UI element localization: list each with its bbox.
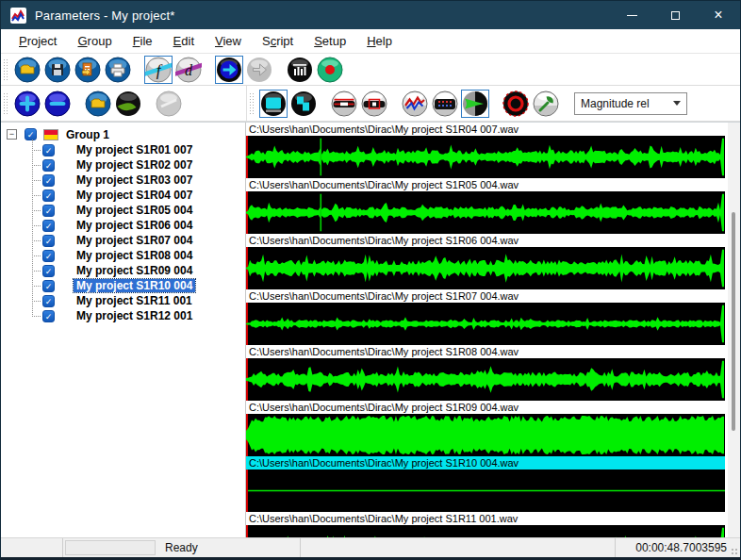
waveform-file-path[interactable]: C:\Users\han\Documents\Dirac\My project … — [246, 345, 725, 358]
tree-item[interactable]: ✓My project S1R12 001 — [1, 308, 245, 323]
disabled-sphere-icon — [156, 91, 182, 117]
waveform-row[interactable]: C:\Users\han\Documents\Dirac\My project … — [246, 123, 725, 178]
open-measurement-button[interactable] — [84, 90, 112, 118]
collapse-icon[interactable]: − — [7, 129, 17, 140]
waveform-file-path[interactable]: C:\Users\han\Documents\Dirac\My project … — [246, 234, 725, 247]
waveform-row[interactable]: C:\Users\han\Documents\Dirac\My project … — [246, 178, 725, 234]
waveform-file-path[interactable]: C:\Users\han\Documents\Dirac\My project … — [246, 401, 725, 414]
item-checkbox[interactable]: ✓ — [42, 189, 55, 202]
tree-item-label: My project S1R12 001 — [74, 309, 195, 322]
waveform-plot — [246, 303, 725, 345]
waveform-scrollbar[interactable] — [728, 123, 740, 537]
display-mode-combobox[interactable]: Magnitude rel — [574, 92, 687, 115]
target-button[interactable] — [502, 90, 530, 118]
waveform-display[interactable] — [246, 191, 725, 234]
resize-grip[interactable] — [731, 548, 738, 555]
tree-item[interactable]: ✓My project S1R11 001 — [1, 293, 245, 308]
waveform-file-path[interactable]: C:\Users\han\Documents\Dirac\My project … — [246, 289, 725, 303]
tree-item[interactable]: ✓My project S1R06 004 — [1, 218, 245, 233]
menu-project[interactable]: Project — [8, 31, 67, 51]
toolbar-grip[interactable] — [4, 93, 8, 114]
tree-item[interactable]: ✓My project S1R07 004 — [1, 233, 245, 248]
steps-view-button[interactable] — [289, 90, 318, 118]
impulse-response-button[interactable] — [330, 90, 358, 118]
waveform-row[interactable]: C:\Users\han\Documents\Dirac\My project … — [246, 289, 725, 345]
save-project-button[interactable] — [43, 56, 72, 84]
waveform-file-path[interactable]: C:\Users\han\Documents\Dirac\My project … — [246, 178, 725, 191]
waveform-display[interactable] — [246, 525, 725, 537]
level-meter-button[interactable] — [286, 56, 314, 84]
waveform-row[interactable]: C:\Users\han\Documents\Dirac\My project … — [246, 512, 725, 537]
waveform-row[interactable]: C:\Users\han\Documents\Dirac\My project … — [246, 456, 725, 512]
item-checkbox[interactable]: ✓ — [42, 159, 55, 172]
item-checkbox[interactable]: ✓ — [42, 265, 55, 277]
tree-item[interactable]: ✓My project S1R05 004 — [1, 203, 245, 218]
red-ring-icon — [502, 91, 529, 117]
tree-item[interactable]: ✓My project S1R02 007 — [1, 157, 245, 173]
tree-item[interactable]: ✓My project S1R09 004 — [1, 263, 245, 278]
toolbar-grip[interactable] — [250, 93, 255, 114]
measure-button[interactable] — [215, 56, 243, 84]
tree-item[interactable]: ✓My project S1R03 007 — [1, 173, 245, 188]
add-measurement-button[interactable] — [13, 90, 41, 118]
item-checkbox[interactable]: ✓ — [42, 250, 55, 262]
open-project-button[interactable] — [13, 56, 41, 84]
tree-item-label: My project S1R07 004 — [74, 234, 195, 247]
waveform-display[interactable] — [246, 358, 725, 401]
settings-button[interactable] — [532, 90, 560, 118]
close-button[interactable]: × — [697, 1, 740, 29]
data-table-button[interactable] — [431, 90, 459, 118]
waveform-row[interactable]: C:\Users\han\Documents\Dirac\My project … — [246, 401, 725, 456]
waveform-row[interactable]: C:\Users\han\Documents\Dirac\My project … — [246, 345, 725, 401]
frequency-curve-button[interactable] — [401, 90, 429, 118]
item-checkbox[interactable]: ✓ — [42, 205, 55, 217]
group-checkbox[interactable]: ✓ — [25, 128, 37, 140]
waveform-file-path[interactable]: C:\Users\han\Documents\Dirac\My project … — [246, 456, 725, 469]
waveform-row[interactable]: C:\Users\han\Documents\Dirac\My project … — [246, 234, 725, 289]
item-checkbox[interactable]: ✓ — [42, 280, 55, 292]
waveform-display[interactable] — [246, 414, 725, 456]
item-checkbox[interactable]: ✓ — [42, 235, 55, 247]
waveform-display[interactable] — [246, 303, 725, 345]
remove-measurement-button[interactable] — [43, 90, 72, 118]
record-button[interactable] — [316, 56, 344, 84]
tree-item[interactable]: ✓My project S1R01 007 — [1, 142, 245, 157]
frequency-weighting-button[interactable]: f — [144, 56, 173, 84]
menu-edit[interactable]: Edit — [163, 31, 205, 51]
run-measurement-button[interactable] — [114, 90, 142, 118]
menu-group[interactable]: Group — [67, 31, 122, 51]
scrollbar-thumb[interactable] — [732, 212, 735, 431]
menubar: ProjectGroupFileEditViewScriptSetupHelp — [1, 29, 740, 54]
menu-view[interactable]: View — [205, 31, 252, 51]
waveform-file-path[interactable]: C:\Users\han\Documents\Dirac\My project … — [246, 123, 725, 136]
tree-item[interactable]: ✓My project S1R10 004 — [1, 278, 245, 293]
waveform-display[interactable] — [246, 136, 725, 178]
waveform-file-path[interactable]: C:\Users\han\Documents\Dirac\My project … — [246, 512, 725, 525]
waveform-display[interactable] — [246, 469, 725, 512]
windowed-impulse-button[interactable] — [360, 90, 388, 118]
menu-help[interactable]: Help — [356, 31, 403, 51]
tree-item-label: My project S1R04 007 — [74, 189, 195, 202]
item-checkbox[interactable]: ✓ — [42, 174, 55, 187]
import-button[interactable] — [74, 56, 102, 84]
maximize-button[interactable] — [653, 1, 697, 29]
tree-item[interactable]: ✓My project S1R08 004 — [1, 248, 245, 263]
waveform-view-button[interactable] — [259, 90, 288, 118]
tree-item[interactable]: ✓My project S1R04 007 — [1, 188, 245, 203]
item-checkbox[interactable]: ✓ — [42, 295, 55, 307]
print-button[interactable] — [104, 56, 132, 84]
item-checkbox[interactable]: ✓ — [42, 144, 55, 156]
distortion-button[interactable]: d — [174, 56, 203, 84]
menu-file[interactable]: File — [123, 31, 163, 51]
toolbar-grip[interactable] — [4, 59, 8, 80]
item-checkbox[interactable]: ✓ — [42, 310, 55, 322]
tree-group-row[interactable]: − ✓ Group 1 — [1, 126, 245, 142]
waveform-display[interactable] — [246, 247, 725, 289]
menu-setup[interactable]: Setup — [304, 31, 356, 51]
waveform-plot — [246, 191, 725, 234]
menu-script[interactable]: Script — [252, 31, 304, 51]
polar-view-button[interactable] — [461, 90, 489, 118]
item-checkbox[interactable]: ✓ — [42, 220, 55, 232]
waveform-plot — [246, 525, 725, 537]
minimize-button[interactable] — [610, 1, 653, 29]
